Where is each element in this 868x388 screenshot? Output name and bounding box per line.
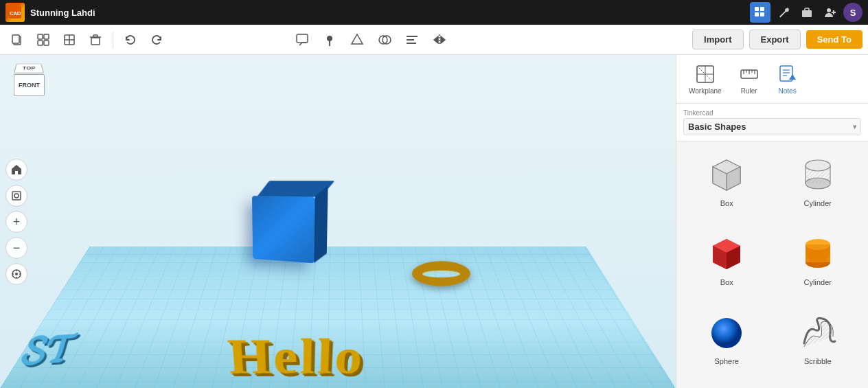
mirror-tool[interactable]: [428, 28, 451, 52]
right-panel: Workplane Ruler: [676, 55, 868, 388]
import-button[interactable]: Import: [692, 30, 743, 49]
svg-marker-24: [352, 34, 363, 44]
svg-rect-11: [12, 35, 19, 43]
svg-rect-22: [297, 34, 308, 43]
grid-view-icon[interactable]: [750, 2, 770, 23]
category-dropdown[interactable]: Basic Shapes ▾: [683, 118, 861, 135]
camera-angle-button[interactable]: [5, 263, 27, 285]
svg-rect-3: [760, 7, 764, 11]
box-solid-icon: [705, 232, 749, 276]
zoom-in-button[interactable]: +: [5, 211, 27, 233]
briefcase-icon[interactable]: [797, 2, 817, 23]
delete-tool[interactable]: [84, 28, 107, 52]
person-add-icon[interactable]: [820, 2, 841, 23]
avatar[interactable]: S: [843, 3, 863, 22]
undo-tool[interactable]: [119, 28, 142, 52]
app-logo: CAD: [5, 3, 25, 22]
svg-point-74: [711, 318, 742, 348]
copy-tool[interactable]: [5, 28, 29, 52]
svg-marker-31: [434, 36, 438, 43]
separator: [113, 32, 113, 48]
svg-rect-13: [44, 34, 49, 39]
wrench-icon[interactable]: [773, 2, 794, 23]
ring-object[interactable]: [411, 261, 472, 286]
view-cube-top[interactable]: TOP: [14, 64, 44, 73]
view-cube-front[interactable]: FRONT: [14, 74, 45, 96]
svg-rect-12: [38, 34, 43, 39]
shape-box-wireframe[interactable]: Box: [682, 147, 772, 225]
svg-marker-32: [441, 36, 445, 43]
redo-tool[interactable]: [145, 28, 168, 52]
category-selected: Basic Shapes: [688, 122, 746, 132]
app-title: Stunning Lahdi: [30, 8, 95, 18]
shape-scribble-solid[interactable]: Scribble: [773, 305, 863, 383]
sphere-solid-label: Sphere: [715, 357, 739, 365]
svg-rect-29: [407, 43, 416, 44]
category-provider-label: Tinkercad: [683, 109, 861, 117]
shape-outline-tool[interactable]: [345, 28, 369, 52]
box-wireframe-label: Box: [720, 199, 733, 207]
svg-rect-28: [407, 39, 414, 41]
zoom-out-button[interactable]: −: [5, 237, 27, 259]
svg-text:CAD: CAD: [10, 10, 21, 16]
shape-box-solid[interactable]: Box: [682, 226, 772, 304]
blue-cube-object[interactable]: [252, 196, 315, 263]
svg-rect-33: [12, 192, 21, 200]
notes-panel-tool[interactable]: Notes: [771, 60, 804, 98]
box-solid-label: Box: [720, 278, 733, 286]
shape-cylinder-solid[interactable]: Cylinder: [773, 226, 863, 304]
notes-label: Notes: [779, 87, 797, 95]
topbar: CAD Stunning Lahdi: [0, 0, 868, 25]
shape-category: Tinkercad Basic Shapes ▾: [676, 104, 868, 141]
ungroup-tool[interactable]: [58, 28, 81, 52]
boolean-tool[interactable]: [373, 28, 396, 52]
export-button[interactable]: Export: [749, 30, 801, 49]
svg-rect-19: [91, 38, 100, 45]
scribble-solid-label: Scribble: [804, 357, 832, 365]
send-to-button[interactable]: Send To: [806, 30, 863, 49]
toolbar: Import Export Send To: [0, 25, 868, 55]
panel-tools: Workplane Ruler: [676, 55, 868, 104]
svg-point-34: [14, 194, 19, 198]
cylinder-solid-label: Cylinder: [804, 278, 832, 286]
svg-rect-6: [802, 10, 812, 17]
svg-point-36: [15, 273, 18, 275]
cylinder-wireframe-label: Cylinder: [804, 199, 832, 207]
ruler-icon: [738, 63, 760, 85]
chevron-down-icon: ▾: [853, 123, 856, 130]
svg-rect-21: [93, 35, 98, 37]
ruler-panel-tool[interactable]: Ruler: [733, 60, 766, 98]
svg-marker-55: [789, 74, 796, 80]
view-cube[interactable]: TOP FRONT: [7, 62, 52, 106]
workplane-panel-tool[interactable]: Workplane: [683, 60, 727, 98]
shape-sphere-solid[interactable]: Sphere: [682, 305, 772, 383]
cylinder-wireframe-icon: [796, 153, 840, 197]
navigation-tools: + −: [5, 159, 27, 285]
viewport[interactable]: TOP FRONT + −: [0, 55, 676, 388]
shape-cylinder-wireframe[interactable]: Cylinder: [773, 147, 863, 225]
svg-rect-27: [407, 36, 418, 37]
svg-point-23: [327, 36, 332, 41]
home-view-button[interactable]: [5, 159, 27, 181]
group-tool[interactable]: [32, 28, 55, 52]
align-tool[interactable]: [400, 28, 424, 52]
scene-3d[interactable]: Hello 𝓢𝓣: [0, 55, 676, 388]
comment-tool[interactable]: [290, 28, 314, 52]
hello-text-object[interactable]: Hello: [225, 331, 366, 381]
main-area: TOP FRONT + −: [0, 55, 868, 388]
workplane-label: Workplane: [689, 87, 722, 95]
fit-view-button[interactable]: [5, 185, 27, 207]
notes-icon: [777, 63, 799, 85]
svg-point-66: [806, 160, 830, 171]
box-wireframe-icon: [705, 153, 749, 197]
svg-point-7: [827, 8, 831, 12]
ruler-label: Ruler: [741, 87, 757, 95]
svg-rect-5: [760, 12, 764, 16]
svg-rect-4: [755, 12, 759, 16]
sphere-solid-icon: [705, 311, 749, 355]
blue-text-object[interactable]: 𝓢𝓣: [21, 326, 76, 374]
pin-tool[interactable]: [318, 28, 341, 52]
shapes-grid: Box: [676, 141, 868, 388]
svg-rect-15: [44, 41, 49, 45]
workplane-icon: [694, 63, 716, 85]
